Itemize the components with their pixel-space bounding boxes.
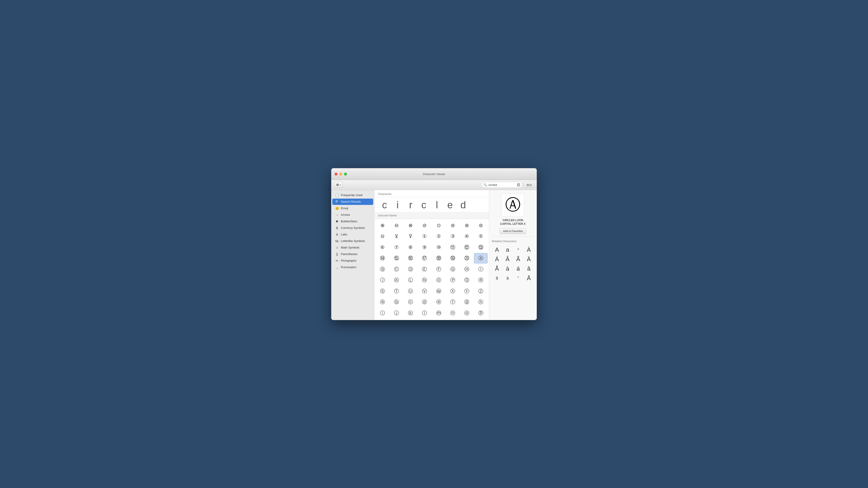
search-box[interactable]: 🔍 ✕ [482, 182, 522, 188]
related-char-a-acute[interactable]: á [513, 264, 523, 273]
char-cell[interactable]: Ⓔ [418, 264, 431, 274]
char-cell[interactable]: ① [418, 231, 431, 241]
sidebar-item-currency-symbols[interactable]: $ Currency Symbols [332, 225, 373, 231]
char-cell[interactable]: Ⓖ [446, 264, 460, 274]
sidebar-item-arrows[interactable]: → Arrows [332, 212, 373, 218]
char-cell[interactable]: ⓞ [460, 308, 473, 318]
char-cell[interactable]: Ⓓ [404, 264, 417, 274]
char-cell[interactable]: ⊛ [460, 220, 473, 231]
char-cell[interactable]: Ⓒ [390, 264, 403, 274]
char-cell[interactable]: ② [432, 231, 445, 241]
gear-button[interactable]: ⚙ ▾ [334, 182, 343, 188]
sidebar-item-punctuation[interactable]: ., Punctuation [332, 264, 373, 270]
char-cell[interactable]: ⑭ [376, 253, 389, 263]
char-cell[interactable]: ⊘ [418, 220, 431, 231]
char-cell[interactable]: ⑤ [474, 231, 488, 241]
related-char-a[interactable]: a [502, 245, 513, 254]
char-cell[interactable]: Ⓙ [376, 275, 389, 285]
close-button[interactable] [335, 173, 338, 175]
related-char-A-acute[interactable]: Á [492, 255, 502, 264]
related-char-ring[interactable]: ° [513, 273, 523, 283]
char-cell[interactable]: ⑧ [404, 242, 417, 253]
char-cell[interactable]: Ⓧ [446, 286, 460, 296]
related-char-A-uml[interactable]: Ä [524, 255, 534, 264]
char-cell[interactable]: ⓕ [446, 297, 460, 307]
char-cell[interactable]: ③ [446, 231, 460, 241]
char-cell[interactable]: Ⓩ [474, 286, 488, 296]
sidebar-item-bullets-stars[interactable]: ✱ Bullets/Stars [332, 218, 373, 225]
char-cell[interactable]: Ⓑ [376, 264, 389, 274]
search-input[interactable] [489, 183, 516, 187]
related-char-a-grave[interactable]: à [502, 264, 513, 273]
char-cell[interactable]: Ⓟ [446, 275, 460, 285]
char-cell[interactable]: Ⓞ [432, 275, 445, 285]
char-cell[interactable]: ⓐ [376, 297, 389, 307]
char-cell[interactable]: ⑥ [376, 242, 389, 253]
sidebar-item-emoji[interactable]: 😊 Emoji [332, 205, 373, 212]
char-cell[interactable]: ⓚ [404, 308, 417, 318]
char-cell[interactable]: ⓑ [390, 297, 403, 307]
char-cell[interactable]: ⓛ [418, 308, 431, 318]
related-char-super-a[interactable]: ᵃ [513, 245, 523, 254]
char-cell[interactable]: ⑰ [418, 253, 431, 263]
related-char-A-grave[interactable]: À [524, 245, 534, 254]
char-cell[interactable]: Ⓛ [404, 275, 417, 285]
related-char-a-tilde[interactable]: ã [492, 273, 502, 283]
related-char-a-circ[interactable]: â [524, 264, 534, 273]
sidebar-item-parentheses[interactable]: () Parentheses [332, 251, 373, 257]
char-cell[interactable]: ⊗ [404, 220, 417, 231]
char-cell[interactable]: ⓙ [390, 308, 403, 318]
char-cell[interactable]: Ⓠ [460, 275, 473, 285]
char-cell[interactable]: ⓘ [376, 308, 389, 318]
char-cell[interactable]: ⑮ [390, 253, 403, 263]
char-cell[interactable]: ⑦ [390, 242, 403, 253]
char-cell[interactable]: Ⓚ [390, 275, 403, 285]
char-cell[interactable]: Ⓕ [432, 264, 445, 274]
char-cell[interactable]: ⊜ [474, 220, 488, 231]
char-cell[interactable]: ⊙ [432, 220, 445, 231]
char-cell[interactable]: ⑨ [418, 242, 431, 253]
related-char-A-tilde[interactable]: Ã [513, 255, 523, 264]
char-cell[interactable]: ⊝ [376, 231, 389, 241]
char-cell[interactable]: ⊖ [390, 220, 403, 231]
char-cell[interactable]: ⊚ [446, 220, 460, 231]
sidebar-item-search-results[interactable]: 🔍 Search Results [332, 199, 373, 205]
char-cell[interactable]: ⑩ [432, 242, 445, 253]
char-cell[interactable]: Ⓤ [404, 286, 417, 296]
char-cell[interactable]: ⓝ [446, 308, 460, 318]
sidebar-item-math-symbols[interactable]: √ Math Symbols [332, 245, 373, 251]
char-cell[interactable]: ⑳ [460, 253, 473, 263]
related-char-a-uml[interactable]: ä [502, 273, 513, 283]
char-cell[interactable]: ⓖ [460, 297, 473, 307]
char-cell[interactable]: ⑯ [404, 253, 417, 263]
char-cell[interactable]: ⑬ [474, 242, 488, 253]
char-cell[interactable]: ⓟ [474, 308, 488, 318]
maximize-button[interactable] [344, 173, 347, 175]
char-cell[interactable]: Ⓗ [460, 264, 473, 274]
search-clear-button[interactable]: ✕ [517, 183, 520, 187]
char-cell[interactable]: ⓒ [404, 297, 417, 307]
grid-view-button[interactable]: ⊞⊟ [524, 182, 534, 188]
char-cell[interactable]: ⓓ [418, 297, 431, 307]
sidebar-item-letterlike-symbols[interactable]: № Letterlike Symbols [332, 238, 373, 244]
char-cell[interactable]: Ⓥ [418, 286, 431, 296]
sidebar-item-pictographs[interactable]: ✏ Pictographs [332, 258, 373, 264]
char-cell[interactable]: ⑫ [460, 242, 473, 253]
char-cell[interactable]: ⓔ [432, 297, 445, 307]
related-char-A-macron[interactable]: Ā [524, 273, 534, 283]
char-cell[interactable]: ⊻ [390, 231, 403, 241]
char-cell[interactable]: ⑲ [446, 253, 460, 263]
char-cell[interactable]: Ⓝ [418, 275, 431, 285]
char-cell[interactable]: ⓗ [474, 297, 488, 307]
char-cell[interactable]: Ⓘ [474, 264, 488, 274]
minimize-button[interactable] [339, 173, 342, 175]
char-cell[interactable]: ⓜ [432, 308, 445, 318]
related-char-A-circ[interactable]: Â [502, 255, 513, 264]
sidebar-item-latin[interactable]: A Latin [332, 231, 373, 238]
char-cell[interactable]: ⑪ [446, 242, 460, 253]
char-cell[interactable]: Ⓡ [474, 275, 488, 285]
char-cell[interactable]: Ⓢ [376, 286, 389, 296]
char-cell[interactable]: ⊕ [376, 220, 389, 231]
char-cell[interactable]: Ⓨ [460, 286, 473, 296]
add-to-favorites-button[interactable]: Add to Favorites [500, 228, 526, 234]
